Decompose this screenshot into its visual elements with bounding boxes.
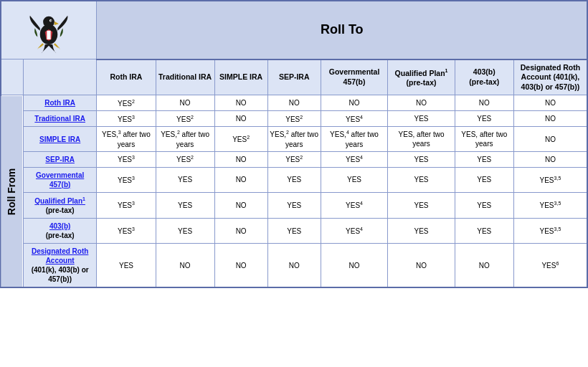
cell-trad-403b: YES <box>455 111 513 127</box>
cell-sep-trad: YES2 <box>156 151 214 167</box>
cell-gov-simple: NO <box>214 167 267 192</box>
cell-roth-trad: NO <box>156 95 214 111</box>
cell-roth-roth: YES2 <box>97 95 156 111</box>
row-header-traditional-ira[interactable]: Traditional IRA <box>23 111 97 127</box>
cell-roth-gov: NO <box>321 95 387 111</box>
cell-sep-simple: NO <box>214 151 267 167</box>
403b-link[interactable]: 403(b) <box>49 222 70 230</box>
row-header-simple-ira[interactable]: SIMPLE IRA <box>23 127 97 151</box>
cell-gov-roth: YES3 <box>97 167 156 192</box>
cell-403b-desroth: YES3,5 <box>513 219 587 244</box>
col-header-qualified-plan: Qualified Plan1(pre-tax) <box>388 59 455 95</box>
row-header-roth-ira[interactable]: Roth IRA <box>23 95 97 111</box>
roll-from-label: Roll From <box>1 95 23 287</box>
designated-roth-link[interactable]: Designated Roth Account <box>32 247 88 264</box>
cell-sep-desroth: NO <box>513 151 587 167</box>
cell-qp-roth: YES3 <box>97 192 156 218</box>
cell-sep-qp: YES <box>388 151 455 167</box>
cell-sep-sep: YES2 <box>267 151 321 167</box>
cell-qp-gov: YES4 <box>321 192 387 218</box>
cell-403b-simple: NO <box>214 219 267 244</box>
row-header-sep-ira[interactable]: SEP-IRA <box>23 151 97 167</box>
roth-ira-link[interactable]: Roth IRA <box>44 99 75 107</box>
cell-roth-desroth: NO <box>513 95 587 111</box>
cell-gov-gov: YES <box>321 167 387 192</box>
cell-403b-qp: YES <box>388 219 455 244</box>
simple-ira-link[interactable]: SIMPLE IRA <box>39 135 80 143</box>
cell-desroth-roth: YES <box>97 244 156 288</box>
cell-desroth-gov: NO <box>321 244 387 288</box>
col-header-403b: 403(b)(pre-tax) <box>455 59 513 95</box>
rollover-table: Roll To Roth IRA Traditional IRA SIMPLE … <box>0 0 588 288</box>
logo-cell <box>1 1 97 59</box>
cell-sep-403b: YES <box>455 151 513 167</box>
cell-qp-simple: NO <box>214 192 267 218</box>
col-header-traditional-ira: Traditional IRA <box>156 59 214 95</box>
row-header-qualified-plan[interactable]: Qualified Plan1(pre-tax) <box>23 192 97 218</box>
cell-simple-simple: YES2 <box>214 127 267 151</box>
cell-gov-qp: YES <box>388 167 455 192</box>
gov-457b-link[interactable]: Governmental 457(b) <box>36 171 84 189</box>
cell-trad-desroth: NO <box>513 111 587 127</box>
cell-qp-qp: YES <box>388 192 455 218</box>
cell-simple-roth: YES,3 after two years <box>97 127 156 151</box>
cell-simple-trad: YES,2 after two years <box>156 127 214 151</box>
cell-403b-gov: YES4 <box>321 219 387 244</box>
cell-qp-403b: YES <box>455 192 513 218</box>
col-header-gov-457b: Governmental 457(b) <box>321 59 387 95</box>
cell-403b-roth: YES3 <box>97 219 156 244</box>
qualified-plan-sublabel: (pre-tax) <box>46 206 75 214</box>
cell-desroth-403b: NO <box>455 244 513 288</box>
row-header-designated-roth[interactable]: Designated Roth Account(401(k), 403(b) o… <box>23 244 97 288</box>
cell-gov-403b: YES <box>455 167 513 192</box>
qualified-plan-link[interactable]: Qualified Plan1 <box>34 197 85 205</box>
cell-403b-sep: YES <box>267 219 321 244</box>
svg-rect-3 <box>47 31 51 39</box>
cell-desroth-trad: NO <box>156 244 214 288</box>
cell-trad-trad: YES2 <box>156 111 214 127</box>
cell-trad-gov: YES4 <box>321 111 387 127</box>
cell-desroth-sep: NO <box>267 244 321 288</box>
cell-qp-trad: YES <box>156 192 214 218</box>
cell-desroth-simple: NO <box>214 244 267 288</box>
col-header-sep-ira: SEP-IRA <box>267 59 321 95</box>
cell-simple-403b: YES, after two years <box>455 127 513 151</box>
col-header-simple-ira: SIMPLE IRA <box>214 59 267 95</box>
svg-point-1 <box>43 16 54 28</box>
cell-qp-sep: YES <box>267 192 321 218</box>
col-header-designated-roth: Designated Roth Account (401(k), 403(b) … <box>513 59 587 95</box>
row-header-gov-457b[interactable]: Governmental 457(b) <box>23 167 97 192</box>
cell-qp-desroth: YES3,5 <box>513 192 587 218</box>
cell-roth-403b: NO <box>455 95 513 111</box>
cell-trad-qp: YES <box>388 111 455 127</box>
col-header-row-label <box>23 59 97 95</box>
irs-logo-icon <box>24 4 74 54</box>
cell-gov-sep: YES <box>267 167 321 192</box>
sep-ira-link[interactable]: SEP-IRA <box>45 156 75 163</box>
cell-desroth-desroth: YES6 <box>513 244 587 288</box>
traditional-ira-link[interactable]: Traditional IRA <box>34 115 85 123</box>
cell-roth-sep: NO <box>267 95 321 111</box>
cell-sep-roth: YES3 <box>97 151 156 167</box>
cell-simple-desroth: NO <box>513 127 587 151</box>
designated-roth-sublabel: (401(k), 403(b) or 457(b)) <box>32 266 89 283</box>
cell-sep-gov: YES4 <box>321 151 387 167</box>
cell-roth-simple: NO <box>214 95 267 111</box>
cell-roth-qp: NO <box>388 95 455 111</box>
col-header-roth-ira: Roth IRA <box>97 59 156 95</box>
cell-simple-qp: YES, after two years <box>388 127 455 151</box>
cell-simple-sep: YES,2 after two years <box>267 127 321 151</box>
roll-to-header: Roll To <box>97 1 587 59</box>
cell-gov-desroth: YES3,5 <box>513 167 587 192</box>
cell-simple-gov: YES,4 after two years <box>321 127 387 151</box>
cell-403b-403b: YES <box>455 219 513 244</box>
row-header-403b[interactable]: 403(b)(pre-tax) <box>23 219 97 244</box>
empty-corner <box>1 59 23 95</box>
cell-403b-trad: YES <box>156 219 214 244</box>
cell-trad-roth: YES3 <box>97 111 156 127</box>
svg-marker-2 <box>54 22 59 25</box>
403b-sublabel: (pre-tax) <box>46 232 75 239</box>
svg-point-5 <box>50 20 52 22</box>
cell-gov-trad: YES <box>156 167 214 192</box>
cell-trad-sep: YES2 <box>267 111 321 127</box>
